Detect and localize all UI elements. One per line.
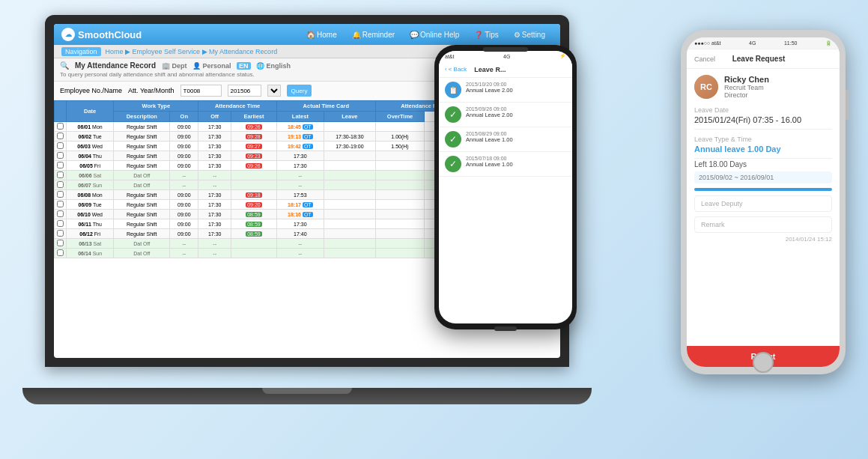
cell-off: 17:30 (198, 219, 231, 229)
phone2-home-circle[interactable] (753, 352, 774, 373)
leave-item-4[interactable]: ✓ 2015/07/18 09:00 Annual Leave 1.00 (439, 152, 572, 177)
cell-overtime (375, 190, 424, 200)
row-checkbox[interactable] (57, 162, 64, 168)
year-month-input[interactable] (228, 85, 261, 97)
cell-type: Regular Shift (114, 161, 170, 171)
phone2: ●●●○○ at&t 4G 11:50 🔋 Cancel Leave Reque… (681, 30, 846, 374)
phone2-screen: ●●●○○ at&t 4G 11:50 🔋 Cancel Leave Reque… (687, 37, 840, 367)
leave-type-label: Leave Type & Time (694, 136, 832, 143)
row-checkbox[interactable] (57, 191, 64, 198)
nav-home[interactable]: 🏠 Home (306, 31, 337, 39)
row-checkbox[interactable] (57, 201, 64, 207)
row-checkbox[interactable] (57, 249, 64, 256)
cell-leave (324, 151, 375, 161)
cell-on: -- (170, 171, 198, 180)
leave-date-value: 2015/01/24(Fri) 07:35 - 16.00 (694, 115, 832, 130)
th-actual-time: Actual Time Card (276, 101, 375, 112)
query-button[interactable]: Query (287, 85, 312, 97)
row-checkbox[interactable] (57, 152, 64, 159)
cell-overtime (375, 210, 424, 219)
phone1-status-bar: at&t 4G ⚡ (439, 51, 572, 61)
phone1-home-button[interactable] (494, 326, 517, 331)
row-checkbox[interactable] (57, 220, 64, 227)
th-leave: Leave (324, 112, 375, 122)
cell-early: 09:26 (231, 122, 277, 132)
row-checkbox[interactable] (57, 171, 64, 178)
phone1-notch (483, 47, 528, 52)
phone1-body: at&t 4G ⚡ ‹ < Back Leave R... 📋 2015/10/… (434, 45, 577, 329)
cell-type: Regular Shift (114, 142, 170, 151)
leave-item-2[interactable]: ✓ 2015/09/26 09:00 Annual Leave 2.00 (439, 103, 572, 127)
remark-field[interactable]: Remark (694, 216, 832, 233)
cell-date: 06/14 Sun (67, 249, 114, 258)
th-earliest: Earliest (231, 112, 277, 122)
cell-date: 06/07 Sun (67, 180, 114, 190)
leave-item-3[interactable]: ✓ 2015/08/29 09:00 Annual Leave 1.00 (439, 127, 572, 152)
cell-off: 17:30 (198, 200, 231, 210)
cell-leave: 17:30-19:00 (324, 142, 375, 151)
cell-early: 08:59 (231, 229, 277, 239)
row-checkbox[interactable] (57, 142, 64, 149)
row-checkbox[interactable] (57, 123, 64, 130)
row-checkbox[interactable] (57, 230, 64, 237)
leave-type-row: Annual leave 1.00 Day Left 18.00 Days 20… (694, 145, 832, 191)
cell-date: 06/13 Sat (67, 239, 114, 249)
row-checkbox[interactable] (57, 240, 64, 246)
nav-tips[interactable]: ❓ Tips (474, 31, 499, 39)
phone2-nav-bar: Cancel Leave Request (687, 49, 840, 69)
search-icon: 🔍 (60, 61, 69, 70)
cell-type: Regular Shift (114, 151, 170, 161)
cell-date: 06/04 Thu (67, 151, 114, 161)
avatar: RC (694, 75, 718, 99)
cell-leave (324, 229, 375, 239)
employee-no-input[interactable] (180, 85, 222, 97)
year-month-select[interactable] (267, 85, 281, 97)
cell-off: -- (198, 239, 231, 249)
cell-date: 06/01 Mon (67, 122, 114, 132)
cell-on: 09:00 (170, 142, 198, 151)
cell-latest: 19:42 OT (276, 142, 324, 151)
cell-on: -- (170, 239, 198, 249)
cell-latest: 17:53 (276, 190, 324, 200)
cell-leave (324, 210, 375, 219)
leave-left: Left 18.00 Days (694, 160, 832, 168)
cell-off: -- (198, 180, 231, 190)
cell-on: 09:00 (170, 219, 198, 229)
row-checkbox[interactable] (57, 133, 64, 139)
cell-off: 17:30 (198, 161, 231, 171)
cell-on: -- (170, 180, 198, 190)
cell-on: 09:00 (170, 161, 198, 171)
row-checkbox[interactable] (57, 210, 64, 217)
cell-early: 09:26 (231, 161, 277, 171)
nav-help[interactable]: 💬 Online Help (410, 31, 459, 39)
phone1-screen: at&t 4G ⚡ ‹ < Back Leave R... 📋 2015/10/… (439, 51, 572, 323)
phone2-cancel-button[interactable]: Cancel (694, 55, 715, 63)
laptop-logo: ☁ SmoothCloud (61, 28, 142, 41)
laptop-header: ☁ SmoothCloud 🏠 Home 🔔 Reminder 💬 Online… (54, 24, 560, 45)
cell-early: 09:28 (231, 132, 277, 142)
cell-latest: 18:17 OT (276, 200, 324, 210)
cell-latest: -- (276, 249, 324, 258)
cell-leave (324, 122, 375, 132)
cell-overtime (375, 229, 424, 239)
th-off: Off (198, 112, 231, 122)
row-checkbox[interactable] (57, 181, 64, 188)
phone1-back-button[interactable]: ‹ < Back (445, 66, 467, 73)
cell-on: 09:00 (170, 190, 198, 200)
cell-off: 17:30 (198, 151, 231, 161)
phone2-side-button[interactable] (846, 90, 849, 120)
cell-overtime (375, 161, 424, 171)
leave-deputy-field[interactable]: Leave Deputy (694, 195, 832, 212)
cell-off: 17:30 (198, 132, 231, 142)
th-latest: Latest (276, 112, 324, 122)
phone2-status-bar: ●●●○○ at&t 4G 11:50 🔋 (687, 37, 840, 49)
cell-type: Regular Shift (114, 190, 170, 200)
cell-leave (324, 239, 375, 249)
cell-on: 09:00 (170, 200, 198, 210)
nav-setting[interactable]: ⚙ Setting (514, 31, 545, 39)
leave-item-1[interactable]: 📋 2015/10/20 09:00 Annual Leave 2.00 (439, 78, 572, 103)
cell-off: 17:30 (198, 210, 231, 219)
cell-on: 09:00 (170, 122, 198, 132)
cell-early (231, 249, 277, 258)
nav-reminder[interactable]: 🔔 Reminder (352, 31, 395, 39)
